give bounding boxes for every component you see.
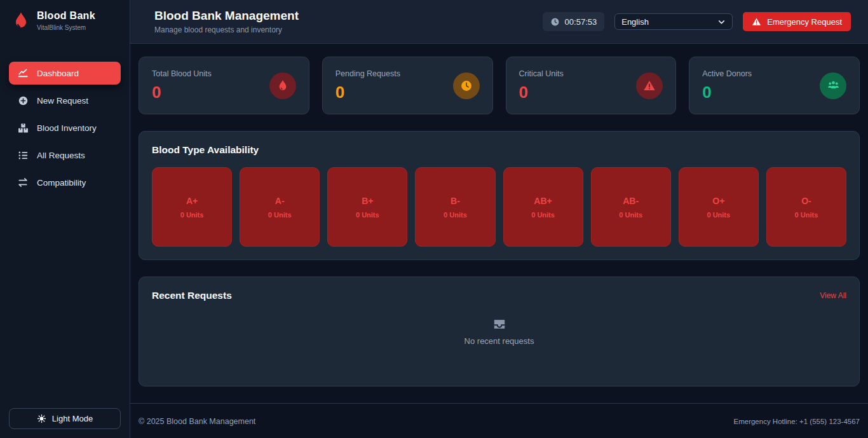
app-name: Blood Bank — [37, 10, 95, 22]
blood-type-label: AB- — [623, 196, 639, 206]
clock-icon — [550, 17, 560, 27]
sidebar-item-label: Dashboard — [37, 69, 79, 78]
blood-drop-icon — [269, 72, 296, 99]
page-footer: © 2025 Blood Bank Management Emergency H… — [130, 403, 868, 438]
blood-type-card-b-minus: B- 0 Units — [415, 167, 495, 247]
stat-text: Critical Units 0 — [519, 69, 564, 102]
logo: Blood Bank VitalBlink System — [0, 0, 130, 39]
view-all-link[interactable]: View All — [820, 291, 846, 300]
blood-type-card-b-plus: B+ 0 Units — [327, 167, 407, 247]
blood-type-label: A- — [275, 196, 285, 206]
sidebar-item-label: Compatibility — [37, 178, 86, 188]
blood-type-label: O+ — [712, 196, 724, 206]
blood-drop-logo-icon — [13, 11, 29, 31]
clock-icon — [453, 72, 480, 99]
main-area: Blood Bank Management Manage blood reque… — [130, 0, 868, 438]
chart-line-icon — [17, 67, 29, 79]
page-title: Blood Bank Management — [154, 9, 299, 23]
blood-type-units: 0 Units — [180, 211, 204, 219]
sidebar-item-label: New Request — [37, 96, 88, 106]
language-select[interactable]: English — [614, 13, 733, 30]
sidebar-item-all-requests[interactable]: All Requests — [9, 144, 121, 167]
sidebar-item-blood-inventory[interactable]: Blood Inventory — [9, 116, 121, 139]
blood-type-card-ab-minus: AB- 0 Units — [591, 167, 671, 247]
blood-type-units: 0 Units — [795, 211, 818, 219]
inbox-icon — [492, 318, 506, 331]
recent-requests-header: Recent Requests View All — [152, 290, 846, 301]
blood-type-units: 0 Units — [619, 211, 642, 219]
language-selected-value: English — [621, 17, 649, 27]
header-actions: 00:57:53 English Emergency Request — [543, 12, 851, 31]
sidebar-footer: Light Mode — [0, 399, 130, 438]
stat-card-active-donors: Active Donors 0 — [689, 57, 860, 114]
emergency-request-button[interactable]: Emergency Request — [743, 12, 851, 31]
stats-row: Total Blood Units 0 Pending Requests 0 — [139, 57, 860, 114]
hotline-text: Emergency Hotline: +1 (555) 123-4567 — [734, 418, 860, 425]
stat-text: Pending Requests 0 — [336, 69, 400, 102]
stat-value: 0 — [152, 83, 212, 102]
stat-label: Critical Units — [519, 69, 564, 78]
warning-triangle-icon — [636, 72, 663, 99]
stat-label: Total Blood Units — [152, 69, 212, 78]
clock-value: 00:57:53 — [565, 17, 597, 27]
stat-text: Active Donors 0 — [702, 69, 752, 102]
empty-message: No recent requests — [465, 336, 534, 346]
light-mode-toggle-button[interactable]: Light Mode — [9, 408, 121, 429]
boxes-icon — [17, 122, 29, 133]
blood-type-grid: A+ 0 Units A- 0 Units B+ 0 Units B- 0 Un… — [152, 167, 846, 247]
blood-type-units: 0 Units — [707, 211, 730, 219]
blood-type-units: 0 Units — [268, 211, 292, 219]
page-subtitle: Manage blood requests and inventory — [154, 25, 299, 34]
sidebar-item-new-request[interactable]: New Request — [9, 89, 121, 112]
blood-type-units: 0 Units — [356, 211, 379, 219]
copyright-text: © 2025 Blood Bank Management — [139, 417, 255, 426]
app-tagline: VitalBlink System — [37, 24, 95, 31]
blood-type-card-a-minus: A- 0 Units — [240, 167, 320, 247]
blood-type-units: 0 Units — [444, 211, 467, 219]
blood-type-label: A+ — [186, 196, 198, 206]
blood-type-units: 0 Units — [531, 211, 555, 219]
blood-type-card-a-plus: A+ 0 Units — [152, 167, 232, 247]
emergency-button-label: Emergency Request — [767, 17, 842, 27]
stat-card-total-blood-units: Total Blood Units 0 — [139, 57, 309, 114]
stat-label: Active Donors — [702, 69, 752, 78]
stat-label: Pending Requests — [336, 69, 400, 78]
sidebar-nav: Dashboard New Request Blood Inventory Al… — [0, 62, 130, 194]
sidebar-item-dashboard[interactable]: Dashboard — [9, 62, 121, 85]
blood-type-card-o-plus: O+ 0 Units — [679, 167, 759, 247]
exchange-arrows-icon — [17, 177, 29, 188]
session-clock: 00:57:53 — [543, 12, 605, 31]
stat-value: 0 — [336, 83, 400, 102]
empty-state: No recent requests — [152, 318, 846, 346]
warning-triangle-icon — [752, 17, 761, 27]
blood-type-label: AB+ — [534, 196, 552, 206]
header-titles: Blood Bank Management Manage blood reque… — [154, 9, 299, 34]
blood-type-card-o-minus: O- 0 Units — [766, 167, 846, 247]
stat-card-critical-units: Critical Units 0 — [506, 57, 677, 114]
sidebar: Blood Bank VitalBlink System Dashboard N… — [0, 0, 130, 438]
sun-icon — [37, 414, 46, 423]
logo-text: Blood Bank VitalBlink System — [37, 10, 95, 31]
theme-toggle-label: Light Mode — [52, 414, 93, 423]
sidebar-item-label: Blood Inventory — [37, 123, 97, 133]
blood-type-label: O- — [801, 196, 811, 206]
users-icon — [820, 72, 846, 99]
blood-type-label: B+ — [362, 196, 373, 206]
recent-requests-panel: Recent Requests View All No recent reque… — [139, 277, 860, 387]
stat-card-pending-requests: Pending Requests 0 — [322, 57, 493, 114]
stat-text: Total Blood Units 0 — [152, 69, 212, 102]
page-header: Blood Bank Management Manage blood reque… — [130, 0, 868, 44]
plus-circle-icon — [17, 95, 29, 106]
dashboard-content: Total Blood Units 0 Pending Requests 0 — [130, 44, 868, 403]
app-root: Blood Bank VitalBlink System Dashboard N… — [0, 0, 868, 438]
blood-type-label: B- — [451, 196, 460, 206]
panel-title: Recent Requests — [152, 290, 232, 301]
stat-value: 0 — [702, 83, 752, 102]
sidebar-item-compatibility[interactable]: Compatibility — [9, 171, 121, 194]
list-icon — [17, 149, 29, 161]
sidebar-item-label: All Requests — [37, 151, 85, 160]
stat-value: 0 — [519, 83, 564, 102]
chevron-down-icon — [717, 18, 726, 26]
blood-type-card-ab-plus: AB+ 0 Units — [503, 167, 583, 247]
panel-title: Blood Type Availability — [152, 144, 846, 156]
